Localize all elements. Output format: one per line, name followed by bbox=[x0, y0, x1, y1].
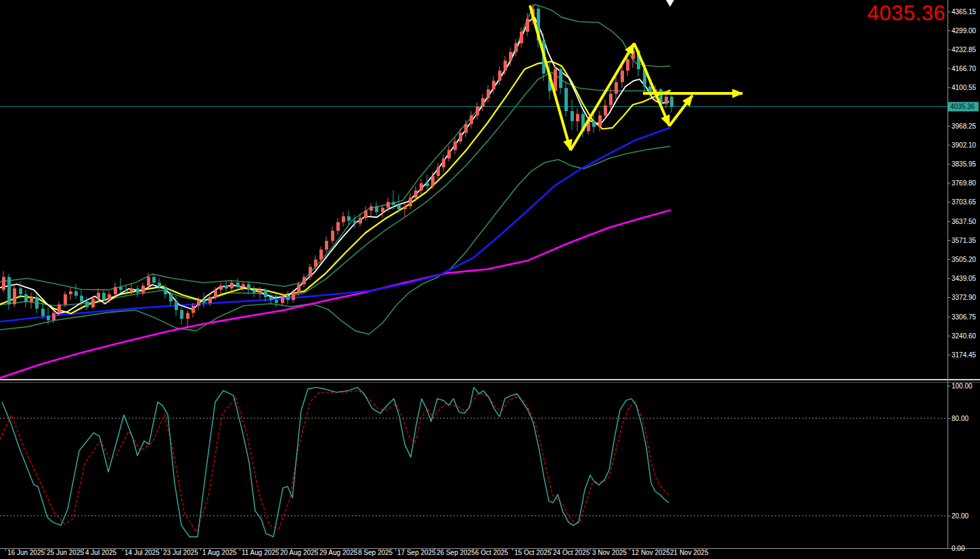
candle-body bbox=[303, 277, 306, 284]
candle-body bbox=[47, 316, 50, 320]
price-tick-label: 3174.45 bbox=[952, 351, 977, 359]
candle-body bbox=[509, 52, 512, 61]
candle-body bbox=[325, 241, 328, 250]
candle-body bbox=[364, 210, 368, 218]
candle-body bbox=[175, 301, 178, 310]
price-tick-label: 3306.75 bbox=[952, 313, 977, 321]
candle-body bbox=[386, 202, 390, 208]
candle-body bbox=[414, 190, 418, 198]
date-tick-label: 26 Sep 2025 bbox=[437, 549, 475, 556]
candle-body bbox=[626, 59, 629, 70]
candle-body bbox=[392, 202, 395, 204]
chart-canvas[interactable]: 4365.154299.004232.854166.704100.553968.… bbox=[0, 0, 980, 559]
candle-body bbox=[119, 287, 122, 290]
candle-body bbox=[24, 294, 28, 303]
candle-body bbox=[442, 158, 445, 167]
candle-body bbox=[58, 305, 61, 313]
price-tick-label: 3703.65 bbox=[952, 198, 977, 206]
candle-body bbox=[259, 290, 262, 292]
date-tick-label: 23 Jul 2025 bbox=[163, 549, 198, 556]
candle-body bbox=[2, 277, 5, 290]
candle-body bbox=[202, 300, 206, 303]
candle-body bbox=[571, 111, 574, 121]
current-price-tag: 4035.36 bbox=[948, 102, 979, 112]
candle-body bbox=[336, 222, 340, 231]
candle-body bbox=[164, 287, 167, 294]
candle-body bbox=[431, 176, 435, 186]
candle-body bbox=[108, 294, 111, 300]
price-tick-label: 4100.55 bbox=[952, 84, 977, 91]
stoch-tick-label: 100.00 bbox=[952, 382, 973, 390]
candle-body bbox=[370, 206, 373, 210]
candle-body bbox=[420, 183, 423, 191]
candle-body bbox=[264, 290, 267, 297]
date-tick-label: 6 Oct 2025 bbox=[475, 549, 508, 556]
candle-body bbox=[459, 133, 462, 141]
candle-body bbox=[30, 297, 33, 302]
candle-body bbox=[141, 286, 145, 293]
candle-body bbox=[447, 150, 451, 159]
candle-body bbox=[180, 310, 183, 319]
candle-body bbox=[359, 218, 362, 224]
candle-body bbox=[353, 221, 357, 223]
candle-body bbox=[275, 300, 278, 303]
trading-chart-window: 4365.154299.004232.854166.704100.553968.… bbox=[0, 0, 980, 559]
price-tick-label: 4232.85 bbox=[952, 46, 977, 53]
candle-body bbox=[192, 306, 195, 313]
candle-body bbox=[631, 51, 635, 60]
candle-body bbox=[375, 206, 378, 213]
candle-body bbox=[403, 206, 407, 209]
date-tick-label: 25 Jun 2025 bbox=[47, 549, 84, 556]
candle-body bbox=[559, 69, 562, 88]
last-price-readout: 4035.36 bbox=[867, 1, 945, 26]
candle-body bbox=[102, 293, 106, 300]
date-tick-label: 8 Sep 2025 bbox=[358, 549, 393, 556]
app-root: { "header": { "big_price": "4035.36", "b… bbox=[0, 0, 980, 559]
candle-body bbox=[331, 231, 334, 241]
candle-body bbox=[426, 183, 429, 186]
candle-body bbox=[186, 313, 190, 319]
date-tick-label: 3 Nov 2025 bbox=[592, 549, 627, 556]
candle-body bbox=[52, 313, 55, 321]
candle-body bbox=[169, 294, 173, 302]
candle-body bbox=[476, 107, 479, 116]
candle-body bbox=[158, 283, 161, 287]
candle-body bbox=[136, 288, 139, 292]
price-tick-label: 3439.05 bbox=[952, 275, 977, 282]
price-tick-label: 3240.60 bbox=[952, 332, 977, 340]
price-tick-label: 3372.90 bbox=[952, 294, 977, 301]
candle-body bbox=[130, 288, 133, 291]
candle-body bbox=[481, 98, 485, 107]
current-price-tag-label: 4035.36 bbox=[950, 103, 975, 110]
candle-body bbox=[247, 284, 250, 290]
price-tick-label: 3505.20 bbox=[952, 256, 977, 263]
candle-body bbox=[615, 83, 618, 94]
candle-body bbox=[85, 301, 89, 307]
candle-body bbox=[665, 97, 668, 104]
date-tick-label: 15 Oct 2025 bbox=[514, 549, 552, 556]
candle-body bbox=[381, 208, 384, 212]
date-tick-label: 29 Aug 2025 bbox=[319, 549, 358, 556]
candle-body bbox=[225, 286, 228, 288]
price-tick-label: 3571.35 bbox=[952, 237, 977, 244]
price-tick-label: 4299.00 bbox=[952, 27, 977, 35]
candle-body bbox=[230, 283, 233, 289]
date-tick-label: 4 Jul 2025 bbox=[85, 549, 117, 556]
price-tick-label: 3637.50 bbox=[952, 218, 977, 225]
stoch-tick-label: 0.00 bbox=[952, 545, 965, 552]
candle-body bbox=[514, 43, 518, 52]
price-tick-label: 3769.80 bbox=[952, 179, 977, 187]
candle-body bbox=[609, 94, 612, 106]
date-tick-label: 20 Aug 2025 bbox=[280, 549, 319, 556]
candle-body bbox=[409, 198, 412, 206]
candle-body bbox=[114, 287, 117, 294]
candle-body bbox=[281, 296, 284, 303]
candle-body bbox=[286, 296, 290, 300]
candle-body bbox=[670, 97, 673, 107]
candle-body bbox=[41, 309, 45, 316]
stoch-tick-label: 20.00 bbox=[952, 512, 968, 520]
candle-body bbox=[397, 205, 401, 209]
candle-body bbox=[97, 293, 100, 299]
date-tick-label: 1 Aug 2025 bbox=[202, 549, 237, 556]
candle-body bbox=[197, 300, 200, 306]
